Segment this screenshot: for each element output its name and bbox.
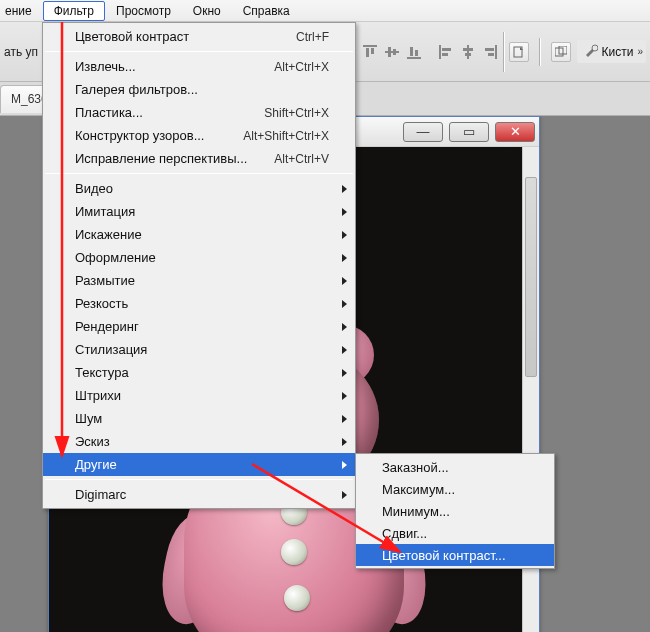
menu-item-label: Размытие	[75, 273, 329, 288]
menu-divider	[45, 173, 353, 174]
filter-other-submenu: Заказной...Максимум...Минимум...Сдвиг...…	[355, 453, 555, 569]
menu-item-имитация[interactable]: Имитация	[43, 200, 355, 223]
menu-item-эскиз[interactable]: Эскиз	[43, 430, 355, 453]
submenu-item-label: Цветовой контраст...	[382, 548, 506, 563]
menu-item-стилизация[interactable]: Стилизация	[43, 338, 355, 361]
menu-item-исправление-перспективы-[interactable]: Исправление перспективы...Alt+Ctrl+V	[43, 147, 355, 170]
menubar: ение Фильтр Просмотр Окно Справка	[0, 0, 650, 22]
menu-item-label: Извлечь...	[75, 59, 274, 74]
menu-item-truncated[interactable]: ение	[4, 1, 43, 21]
submenu-arrow-icon	[342, 185, 347, 193]
menu-item-label: Штрихи	[75, 388, 329, 403]
submenu-arrow-icon	[342, 300, 347, 308]
menu-item-штрихи[interactable]: Штрихи	[43, 384, 355, 407]
submenu-arrow-icon	[342, 392, 347, 400]
menu-item-label: Видео	[75, 181, 329, 196]
menu-item-текстура[interactable]: Текстура	[43, 361, 355, 384]
menu-item-label: Другие	[75, 457, 329, 472]
menu-item-window[interactable]: Окно	[182, 1, 232, 21]
submenu-item-максимум-[interactable]: Максимум...	[356, 478, 554, 500]
submenu-arrow-icon	[342, 231, 347, 239]
svg-rect-13	[463, 48, 473, 51]
align-vcenter-icon[interactable]	[383, 43, 401, 61]
submenu-arrow-icon	[342, 277, 347, 285]
menu-item-цветовой-контраст[interactable]: Цветовой контрастCtrl+F	[43, 25, 355, 48]
brushes-palette-toggle[interactable]: Кисти »	[577, 40, 646, 63]
menu-item-label: Рендеринг	[75, 319, 329, 334]
document-corner-icon[interactable]	[509, 42, 529, 62]
menu-item-галерея-фильтров-[interactable]: Галерея фильтров...	[43, 78, 355, 101]
svg-rect-1	[366, 48, 369, 57]
toolbar-separator	[539, 38, 541, 66]
align-bottom-icon[interactable]	[405, 43, 423, 61]
svg-rect-4	[388, 47, 391, 57]
menu-item-другие[interactable]: Другие	[43, 453, 355, 476]
svg-rect-2	[371, 48, 374, 54]
submenu-item-label: Максимум...	[382, 482, 455, 497]
submenu-arrow-icon	[342, 415, 347, 423]
align-icon-group	[361, 43, 499, 61]
scrollbar-thumb[interactable]	[525, 177, 537, 377]
submenu-arrow-icon	[342, 346, 347, 354]
menu-item-рендеринг[interactable]: Рендеринг	[43, 315, 355, 338]
menu-item-filter[interactable]: Фильтр	[43, 1, 105, 21]
submenu-arrow-icon	[342, 438, 347, 446]
menu-item-digimarc[interactable]: Digimarc	[43, 483, 355, 506]
svg-rect-14	[465, 53, 471, 56]
submenu-arrow-icon	[342, 369, 347, 377]
submenu-arrow-icon	[342, 461, 347, 469]
submenu-item-label: Заказной...	[382, 460, 449, 475]
submenu-arrow-icon	[342, 491, 347, 499]
svg-rect-17	[488, 53, 494, 56]
menu-item-шум[interactable]: Шум	[43, 407, 355, 430]
menu-item-label: Оформление	[75, 250, 329, 265]
window-minimize-button[interactable]: —	[403, 122, 443, 142]
align-top-icon[interactable]	[361, 43, 379, 61]
submenu-item-сдвиг-[interactable]: Сдвиг...	[356, 522, 554, 544]
svg-rect-6	[407, 57, 421, 59]
menu-item-искажение[interactable]: Искажение	[43, 223, 355, 246]
submenu-item-минимум-[interactable]: Минимум...	[356, 500, 554, 522]
menu-item-пластика-[interactable]: Пластика...Shift+Ctrl+X	[43, 101, 355, 124]
menu-item-label: Шум	[75, 411, 329, 426]
arrange-windows-icon[interactable]	[551, 42, 571, 62]
menu-item-view[interactable]: Просмотр	[105, 1, 182, 21]
window-maximize-button[interactable]: ▭	[449, 122, 489, 142]
align-left-icon[interactable]	[437, 43, 455, 61]
menu-item-label: Текстура	[75, 365, 329, 380]
svg-rect-3	[385, 51, 399, 53]
align-hcenter-icon[interactable]	[459, 43, 477, 61]
submenu-item-заказной-[interactable]: Заказной...	[356, 456, 554, 478]
menu-item-label: Пластика...	[75, 105, 264, 120]
menu-item-извлечь-[interactable]: Извлечь...Alt+Ctrl+X	[43, 55, 355, 78]
submenu-arrow-icon	[342, 254, 347, 262]
align-right-icon[interactable]	[481, 43, 499, 61]
menu-item-конструктор-узоров-[interactable]: Конструктор узоров...Alt+Shift+Ctrl+X	[43, 124, 355, 147]
menu-item-label: Digimarc	[75, 487, 329, 502]
svg-rect-9	[439, 45, 441, 59]
menu-item-видео[interactable]: Видео	[43, 177, 355, 200]
menu-item-label: Эскиз	[75, 434, 329, 449]
filter-dropdown-menu: Цветовой контрастCtrl+FИзвлечь...Alt+Ctr…	[42, 22, 356, 509]
menu-item-размытие[interactable]: Размытие	[43, 269, 355, 292]
submenu-item-label: Сдвиг...	[382, 526, 427, 541]
toolbar-separator	[503, 32, 505, 72]
svg-rect-7	[410, 47, 413, 56]
menu-item-резкость[interactable]: Резкость	[43, 292, 355, 315]
menu-item-оформление[interactable]: Оформление	[43, 246, 355, 269]
svg-rect-0	[363, 45, 377, 47]
menu-item-label: Резкость	[75, 296, 329, 311]
menu-item-label: Галерея фильтров...	[75, 82, 329, 97]
chevron-right-icon: »	[637, 46, 643, 57]
brush-icon	[584, 43, 598, 60]
menu-item-label: Исправление перспективы...	[75, 151, 274, 166]
brushes-label-text: Кисти	[602, 45, 634, 59]
svg-rect-8	[415, 50, 418, 56]
menu-item-label: Цветовой контраст	[75, 29, 296, 44]
menu-item-label: Стилизация	[75, 342, 329, 357]
menu-item-label: Имитация	[75, 204, 329, 219]
submenu-item-цветовой-контраст-[interactable]: Цветовой контраст...	[356, 544, 554, 566]
window-close-button[interactable]: ✕	[495, 122, 535, 142]
menu-item-help[interactable]: Справка	[232, 1, 301, 21]
menu-divider	[45, 479, 353, 480]
